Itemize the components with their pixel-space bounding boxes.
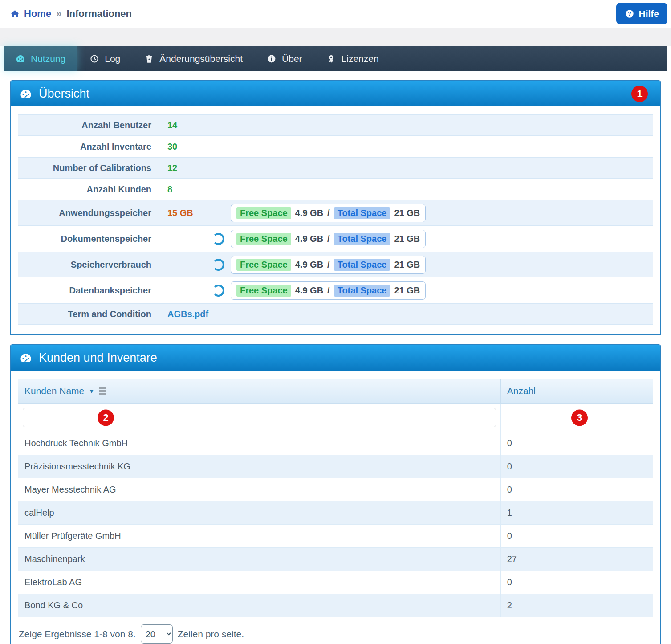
page-size-select[interactable]: 20: [141, 624, 173, 644]
question-circle-icon: ?: [625, 9, 634, 19]
overview-body: Anzahl Benutzer 14 Anzahl Inventare 30 N…: [11, 106, 660, 334]
tab-label: Log: [105, 53, 120, 64]
widget-separator: /: [327, 208, 330, 218]
customer-name-cell: ElektroLab AG: [18, 571, 501, 594]
name-filter-input[interactable]: [23, 408, 496, 427]
customers-table: Kunden Name ▼ Anzahl 2: [18, 379, 653, 617]
widget-separator: /: [327, 234, 330, 244]
table-row: Mayer Messtechnik AG 0: [18, 478, 653, 501]
total-space-value: 21 GB: [394, 234, 420, 244]
home-link[interactable]: Home: [10, 8, 51, 20]
breadcrumb-current: Informationen: [66, 8, 132, 20]
stat-label: Anzahl Kunden: [18, 184, 151, 195]
stat-value: 12: [167, 163, 177, 173]
tab-label: Über: [282, 53, 302, 64]
info-icon: [267, 54, 277, 64]
stat-row-anwendungsspeicher: Anwendungsspeicher 15 GB Free Space 4.9 …: [18, 200, 653, 226]
customer-count-cell: 0: [500, 478, 653, 501]
annotation-3-badge: 3: [571, 409, 588, 426]
annotation-2-badge: 2: [98, 409, 114, 426]
stat-row-dokumentenspeicher: Dokumentenspeicher Free Space 4.9 GB / T…: [18, 226, 653, 252]
stat-label: Anzahl Inventare: [18, 142, 151, 152]
table-row: Bond KG & Co 2: [18, 594, 653, 617]
panel-uebersicht: Übersicht 1 Anzahl Benutzer 14 Anzahl In…: [10, 80, 661, 335]
customer-name-cell: Bond KG & Co: [18, 594, 501, 617]
column-menu-icon[interactable]: [99, 387, 106, 395]
stat-value: 15 GB: [167, 208, 193, 218]
table-row: Müller Prüfgeräte GmbH 0: [18, 525, 653, 548]
stat-label: Datenbankspeicher: [18, 285, 151, 296]
stat-row: Anzahl Kunden 8: [18, 179, 653, 200]
terms-pdf-link[interactable]: AGBs.pdf: [167, 309, 208, 319]
table-row: Präzisionsmesstechnik KG 0: [18, 455, 653, 478]
home-icon: [10, 9, 20, 19]
storage-widget: Free Space 4.9 GB / Total Space 21 GB: [231, 281, 426, 300]
help-button[interactable]: ? Hilfe: [616, 3, 667, 24]
tab-aenderungsuebersicht[interactable]: Änderungsübersicht: [132, 46, 255, 71]
caret-down-icon[interactable]: ▼: [89, 388, 94, 395]
table-row: Hochdruck Technik GmbH 0: [18, 432, 653, 455]
tab-lizenzen[interactable]: Lizenzen: [314, 46, 391, 71]
breadcrumb: Home » Informationen: [10, 8, 132, 20]
column-header-kunden-name[interactable]: Kunden Name ▼: [18, 379, 501, 404]
total-space-chip: Total Space: [334, 259, 390, 271]
tab-bar: Nutzung Log Änderungsübersicht Über Lize…: [4, 46, 667, 71]
breadcrumb-bar: Home » Informationen ? Hilfe: [0, 0, 671, 28]
customer-count-cell: 2: [500, 594, 653, 617]
annotation-1-badge: 1: [631, 86, 648, 102]
name-filter-cell: 2: [18, 404, 501, 432]
results-summary: Zeige Ergebnisse 1-8 von 8.: [19, 629, 136, 640]
count-filter-cell: 3: [500, 404, 653, 432]
column-header-anzahl[interactable]: Anzahl: [500, 379, 653, 404]
tab-log[interactable]: Log: [77, 46, 132, 71]
stat-value: 30: [167, 142, 177, 152]
free-space-value: 4.9 GB: [295, 208, 323, 218]
tab-label: Nutzung: [31, 53, 65, 64]
stat-row: Anzahl Inventare 30: [18, 136, 653, 157]
table-row: calHelp 1: [18, 501, 653, 525]
award-icon: [326, 54, 336, 64]
total-space-chip: Total Space: [334, 207, 390, 219]
stat-row: Number of Calibrations 12: [18, 157, 653, 179]
customer-name-cell: Hochdruck Technik GmbH: [18, 432, 501, 455]
widget-separator: /: [327, 260, 330, 270]
gauge-icon: [16, 54, 25, 64]
tab-ueber[interactable]: Über: [255, 46, 314, 71]
filter-row: 2 3: [18, 404, 653, 432]
customer-name-cell: Müller Prüfgeräte GmbH: [18, 525, 501, 548]
gauge-icon: [20, 352, 32, 364]
panel-title: Übersicht: [39, 87, 89, 101]
stat-row: Anzahl Benutzer 14: [18, 114, 653, 136]
tab-nutzung[interactable]: Nutzung: [4, 46, 77, 71]
trash-icon: [144, 54, 154, 64]
stat-value: 8: [167, 184, 172, 195]
total-space-value: 21 GB: [394, 208, 420, 218]
stat-label: Dokumentenspeicher: [18, 234, 151, 244]
customer-count-cell: 0: [500, 455, 653, 478]
panel-header: Kunden und Inventare: [11, 345, 660, 371]
storage-widget: Free Space 4.9 GB / Total Space 21 GB: [231, 256, 426, 274]
free-space-chip: Free Space: [236, 285, 291, 297]
stat-label: Anzahl Benutzer: [18, 120, 151, 130]
gauge-icon: [20, 88, 32, 100]
total-space-value: 21 GB: [394, 260, 420, 270]
clock-icon: [89, 54, 99, 64]
total-space-chip: Total Space: [334, 285, 390, 297]
customer-count-cell: 0: [500, 525, 653, 548]
table-row: ElektroLab AG 0: [18, 571, 653, 594]
stat-label: Number of Calibrations: [18, 163, 151, 173]
customer-name-cell: Präzisionsmesstechnik KG: [18, 455, 501, 478]
free-space-chip: Free Space: [236, 233, 291, 245]
customer-name-cell: calHelp: [18, 501, 501, 525]
free-space-chip: Free Space: [236, 259, 291, 271]
tab-label: Änderungsübersicht: [159, 53, 243, 64]
customer-count-cell: 0: [500, 571, 653, 594]
stat-value: 14: [167, 120, 177, 130]
stat-label: Anwendungsspeicher: [18, 208, 151, 218]
table-footer: Zeige Ergebnisse 1-8 von 8. 20 Zeilen pr…: [18, 617, 653, 644]
svg-text:?: ?: [628, 10, 632, 17]
table-row: Maschinenpark 27: [18, 548, 653, 571]
free-space-value: 4.9 GB: [295, 285, 323, 296]
total-space-chip: Total Space: [334, 233, 390, 245]
help-label: Hilfe: [638, 8, 659, 19]
